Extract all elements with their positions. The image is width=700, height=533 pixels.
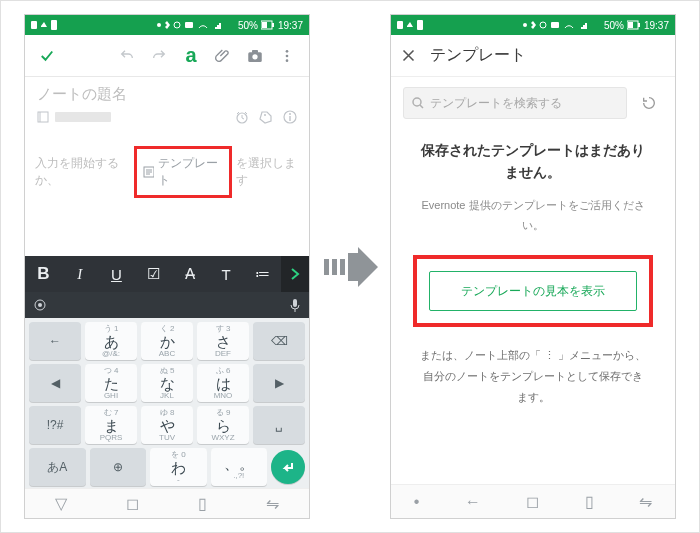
svg-point-12: [286, 54, 289, 57]
nav-dot-icon[interactable]: •: [414, 493, 420, 511]
nav-recents-icon[interactable]: ◻: [526, 492, 539, 511]
reload-icon[interactable]: [635, 89, 663, 117]
fmt-strike[interactable]: A̶: [171, 265, 208, 283]
android-navbar: ▽ ◻ ▯ ⇋: [25, 488, 309, 518]
search-placeholder: テンプレートを検索する: [430, 95, 562, 112]
body-prefix: 入力を開始するか、: [35, 155, 130, 189]
key[interactable]: ▶: [253, 364, 305, 402]
empty-subtitle: Evernote 提供のテンプレートをご活用ください。: [417, 196, 649, 236]
reminder-icon[interactable]: [235, 110, 249, 124]
key[interactable]: ◀: [29, 364, 81, 402]
key[interactable]: 、。.,?!: [211, 448, 268, 486]
svg-point-17: [264, 114, 266, 116]
keyboard: ←う 1あ@/&:く 2かABCす 3さDEF⌫◀つ 4たGHIぬ 5なJKLふ…: [25, 318, 309, 488]
status-bar: 50% 19:37: [25, 15, 309, 35]
editor-body[interactable]: 入力を開始するか、 テンプレート を選択します: [25, 132, 309, 212]
cta-highlight: テンプレートの見本を表示: [413, 255, 653, 327]
battery-text: 50%: [604, 20, 624, 31]
font-icon[interactable]: a: [177, 42, 205, 70]
empty-title: 保存されたテンプレートはまだありません。: [417, 139, 649, 184]
key[interactable]: [271, 450, 305, 484]
key[interactable]: ふ 6はMNO: [197, 364, 249, 402]
phone-right: 50% 19:37 テンプレート テンプレートを検索する 保存されたテンプレート…: [390, 14, 676, 519]
clock-text: 19:37: [278, 20, 303, 31]
key[interactable]: ⊕: [90, 448, 147, 486]
svg-line-40: [420, 105, 423, 108]
key[interactable]: ⌫: [253, 322, 305, 360]
key[interactable]: ゆ 8やTUV: [141, 406, 193, 444]
svg-point-9: [252, 54, 257, 59]
ime-bar: [25, 292, 309, 318]
nav-back-icon[interactable]: ←: [465, 493, 481, 511]
svg-point-34: [540, 22, 546, 28]
svg-point-39: [413, 98, 421, 106]
camera-icon[interactable]: [241, 42, 269, 70]
flow-arrow-icon: [320, 247, 380, 287]
battery-icon: [261, 20, 275, 30]
nav-ime-icon[interactable]: ▽: [55, 494, 67, 513]
key[interactable]: す 3さDEF: [197, 322, 249, 360]
fmt-italic[interactable]: I: [62, 266, 99, 283]
status-left-icons: [31, 20, 61, 30]
fmt-textsize[interactable]: T: [208, 266, 245, 283]
svg-rect-27: [293, 299, 297, 307]
key[interactable]: を 0わ-: [150, 448, 207, 486]
empty-message: 保存されたテンプレートはまだありません。 Evernote 提供のテンプレートを…: [391, 129, 675, 245]
ime-settings-icon[interactable]: [33, 298, 47, 312]
nav-recents-icon[interactable]: ◻: [126, 494, 139, 513]
key[interactable]: ぬ 5なJKL: [141, 364, 193, 402]
confirm-icon[interactable]: [33, 42, 61, 70]
editor-toolbar: a: [25, 35, 309, 77]
svg-rect-38: [638, 23, 640, 27]
key[interactable]: る 9らWXYZ: [197, 406, 249, 444]
key[interactable]: く 2かABC: [141, 322, 193, 360]
svg-point-13: [286, 59, 289, 62]
attach-icon[interactable]: [209, 42, 237, 70]
svg-rect-19: [289, 116, 290, 121]
svg-rect-0: [31, 21, 37, 29]
key[interactable]: う 1あ@/&:: [85, 322, 137, 360]
tag-icon[interactable]: [259, 110, 273, 124]
key[interactable]: む 7まPQRS: [85, 406, 137, 444]
svg-rect-35: [551, 22, 559, 28]
info-icon[interactable]: [283, 110, 297, 124]
nav-back-icon[interactable]: ⇋: [266, 494, 279, 513]
template-button[interactable]: テンプレート: [134, 146, 232, 198]
mic-icon[interactable]: [289, 298, 301, 312]
svg-rect-7: [272, 23, 274, 27]
key[interactable]: ←: [29, 322, 81, 360]
overflow-icon[interactable]: [273, 42, 301, 70]
close-icon[interactable]: [401, 48, 416, 63]
body-suffix: を選択します: [236, 155, 299, 189]
template-icon: [143, 166, 154, 178]
search-icon: [412, 97, 424, 109]
fmt-checkbox[interactable]: ☑: [135, 265, 172, 283]
undo-icon[interactable]: [113, 42, 141, 70]
note-title-placeholder[interactable]: ノートの題名: [25, 77, 309, 106]
key[interactable]: あA: [29, 448, 86, 486]
search-input[interactable]: テンプレートを検索する: [403, 87, 627, 119]
format-strip: B I U ☑ A̶ T ≔: [25, 256, 309, 292]
key[interactable]: !?#: [29, 406, 81, 444]
redo-icon[interactable]: [145, 42, 173, 70]
svg-rect-37: [628, 22, 633, 28]
nav-switch-icon[interactable]: ⇋: [639, 492, 652, 511]
nav-home-icon[interactable]: ▯: [585, 492, 594, 511]
fmt-underline[interactable]: U: [98, 266, 135, 283]
svg-point-33: [523, 23, 527, 27]
svg-point-2: [157, 23, 161, 27]
status-left-icons: [397, 20, 427, 30]
fmt-list[interactable]: ≔: [244, 265, 281, 283]
svg-point-26: [38, 303, 42, 307]
phone-left: 50% 19:37 a: [24, 14, 310, 519]
nav-home-icon[interactable]: ▯: [198, 494, 207, 513]
key[interactable]: ␣: [253, 406, 305, 444]
key[interactable]: つ 4たGHI: [85, 364, 137, 402]
fmt-bold[interactable]: B: [25, 264, 62, 284]
svg-rect-4: [185, 22, 193, 28]
show-templates-button[interactable]: テンプレートの見本を表示: [429, 271, 637, 311]
fmt-more-icon[interactable]: [281, 256, 309, 292]
status-bar: 50% 19:37: [391, 15, 675, 35]
svg-rect-30: [340, 259, 345, 275]
svg-point-20: [289, 113, 291, 115]
